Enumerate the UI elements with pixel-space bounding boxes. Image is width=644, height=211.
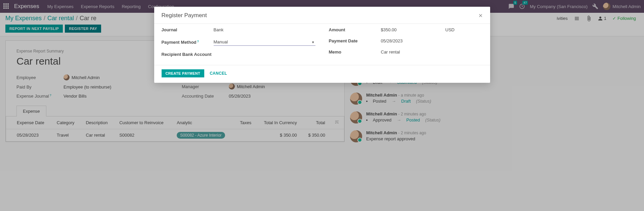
modal-title: Register Payment	[162, 12, 207, 19]
create-payment-button[interactable]: Create Payment	[162, 69, 205, 77]
m-memo-label: Memo	[329, 49, 381, 55]
register-payment-modal: Register Payment × JournalBank Payment M…	[154, 7, 490, 83]
m-currency[interactable]: USD	[445, 27, 455, 32]
m-recip-label: Recipient Bank Account	[162, 52, 214, 57]
m-amount-label: Amount	[329, 27, 381, 32]
m-date-value[interactable]: 05/28/2023	[381, 38, 483, 43]
m-date-label: Payment Date	[329, 38, 381, 43]
m-journal-label: Journal	[162, 27, 214, 32]
modal-overlay[interactable]: Register Payment × JournalBank Payment M…	[0, 0, 644, 211]
payment-method-select[interactable]	[214, 38, 315, 46]
cancel-button[interactable]: Cancel	[210, 71, 227, 76]
m-method-label: Payment Method	[162, 40, 197, 45]
m-amount-value[interactable]: $350.00	[381, 27, 441, 32]
m-memo-value[interactable]: Car rental	[381, 49, 483, 55]
close-icon[interactable]: ×	[479, 12, 483, 19]
help-icon[interactable]: ?	[197, 40, 199, 43]
m-journal-value[interactable]: Bank	[214, 27, 315, 32]
